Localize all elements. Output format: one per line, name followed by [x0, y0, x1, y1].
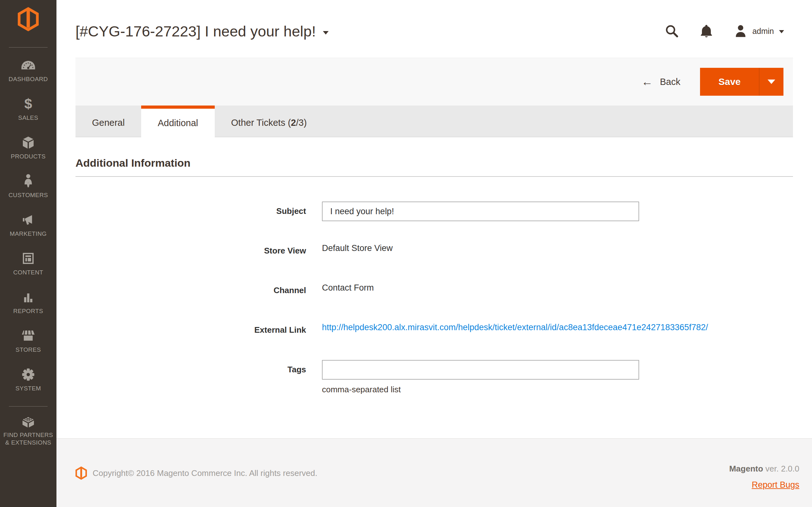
search-icon[interactable] [665, 24, 679, 38]
other-tickets-count: 2 [291, 118, 296, 128]
person-icon [22, 174, 35, 189]
sidebar-item-dashboard[interactable]: DASHBOARD [0, 58, 56, 87]
back-arrow-icon: ← [642, 76, 653, 88]
gear-icon [21, 367, 36, 382]
user-avatar-icon [734, 24, 747, 38]
save-options-toggle[interactable] [759, 68, 783, 96]
section-heading: Additional Information [75, 157, 793, 169]
tab-other-tickets[interactable]: Other Tickets (2/3) [215, 106, 323, 137]
admin-username: admin [752, 26, 774, 36]
magento-logo-icon [18, 7, 39, 32]
tags-row: Tags comma-separated list [75, 360, 793, 395]
section-divider [75, 176, 793, 177]
subject-label: Subject [75, 202, 306, 221]
admin-user-menu[interactable]: admin [734, 24, 784, 38]
megaphone-icon [21, 212, 35, 228]
layout-icon [21, 251, 35, 266]
store-view-row: Store View Default Store View [75, 241, 793, 261]
main-area: [#CYG-176-27223] I need your help! [56, 0, 812, 507]
sidebar-nav: DASHBOARD $ SALES PRODUCTS [0, 58, 56, 453]
store-view-value: Default Store View [322, 241, 793, 261]
notifications-bell-icon[interactable] [700, 24, 713, 38]
copyright-text: Copyright© 2016 Magento Commerce Inc. Al… [93, 466, 317, 480]
external-link-url[interactable]: http://helpdesk200.alx.mirasvit.com/help… [322, 323, 708, 332]
sidebar-item-label: PRODUCTS [11, 153, 46, 160]
sidebar-item-find-partners[interactable]: FIND PARTNERS & EXTENSIONS [0, 415, 56, 444]
external-link-label: External Link [75, 320, 306, 340]
page-title-dropdown[interactable]: [#CYG-176-27223] I need your help! [75, 22, 328, 40]
sidebar-item-label: DASHBOARD [9, 75, 48, 83]
storefront-icon [21, 328, 36, 343]
channel-label: Channel [75, 281, 306, 300]
sidebar-item-customers[interactable]: CUSTOMERS [0, 174, 56, 203]
tags-hint: comma-separated list [322, 385, 793, 395]
footer-copyright-block: Copyright© 2016 Magento Commerce Inc. Al… [75, 466, 317, 507]
store-view-label: Store View [75, 241, 306, 261]
chevron-down-icon [768, 79, 775, 84]
sidebar-item-stores[interactable]: STORES [0, 328, 56, 357]
chevron-down-icon [779, 30, 784, 33]
header-actions: admin [665, 24, 784, 38]
admin-sidebar: DASHBOARD $ SALES PRODUCTS [0, 0, 56, 507]
channel-row: Channel Contact Form [75, 281, 793, 300]
tab-general[interactable]: General [75, 106, 141, 137]
sidebar-item-label: STORES [15, 346, 41, 354]
magento-admin-app: DASHBOARD $ SALES PRODUCTS [0, 0, 812, 507]
sidebar-item-label: MARKETING [10, 230, 47, 238]
bar-chart-icon [22, 290, 35, 305]
report-bugs-link[interactable]: Report Bugs [752, 480, 799, 490]
page-title: [#CYG-176-27223] I need your help! [75, 22, 316, 40]
sidebar-item-label: FIND PARTNERS & EXTENSIONS [3, 431, 54, 447]
box-icon [21, 135, 35, 150]
additional-info-form: Subject Store View Default Store View Ch… [75, 202, 793, 395]
sidebar-item-label: SYSTEM [15, 385, 41, 392]
save-split-button: Save [700, 68, 783, 96]
sidebar-item-system[interactable]: SYSTEM [0, 367, 56, 396]
footer-version-block: Magento ver. 2.0.0 Report Bugs [729, 464, 799, 507]
chevron-down-icon[interactable] [323, 31, 328, 35]
tags-input[interactable] [322, 360, 639, 380]
magento-version: Magento ver. 2.0.0 [729, 464, 799, 474]
action-toolbar: ← Back Save [75, 58, 793, 106]
sidebar-item-label: CONTENT [13, 269, 44, 276]
subject-row: Subject [75, 202, 793, 221]
page-header: [#CYG-176-27223] I need your help! [56, 0, 812, 58]
magento-footer-logo-icon [75, 466, 87, 480]
channel-value: Contact Form [322, 281, 793, 300]
tags-label: Tags [75, 360, 306, 395]
tab-content: Additional Information Subject Store Vie… [56, 137, 812, 438]
subject-input[interactable] [322, 202, 639, 221]
dashboard-gauge-icon [20, 58, 36, 73]
sidebar-item-content[interactable]: CONTENT [0, 251, 56, 280]
sidebar-item-label: CUSTOMERS [9, 191, 48, 199]
sidebar-item-label: REPORTS [13, 307, 43, 315]
sidebar-divider [9, 406, 48, 406]
brick-icon [21, 415, 36, 429]
sidebar-item-sales[interactable]: $ SALES [0, 96, 56, 125]
external-link-row: External Link http://helpdesk200.alx.mir… [75, 320, 793, 340]
sidebar-item-products[interactable]: PRODUCTS [0, 135, 56, 164]
admin-footer: Copyright© 2016 Magento Commerce Inc. Al… [56, 438, 812, 507]
sidebar-divider [9, 47, 48, 48]
tab-additional[interactable]: Additional [141, 106, 214, 137]
magento-logo[interactable] [18, 7, 39, 33]
save-button[interactable]: Save [700, 68, 759, 96]
sidebar-item-reports[interactable]: REPORTS [0, 290, 56, 319]
magento-brand: Magento [729, 464, 763, 473]
dollar-icon: $ [24, 96, 32, 112]
sidebar-item-marketing[interactable]: MARKETING [0, 212, 56, 241]
sidebar-item-label: SALES [18, 114, 38, 122]
ticket-tabs: General Additional Other Tickets (2/3) [75, 106, 793, 137]
back-button[interactable]: ← Back [642, 76, 680, 88]
